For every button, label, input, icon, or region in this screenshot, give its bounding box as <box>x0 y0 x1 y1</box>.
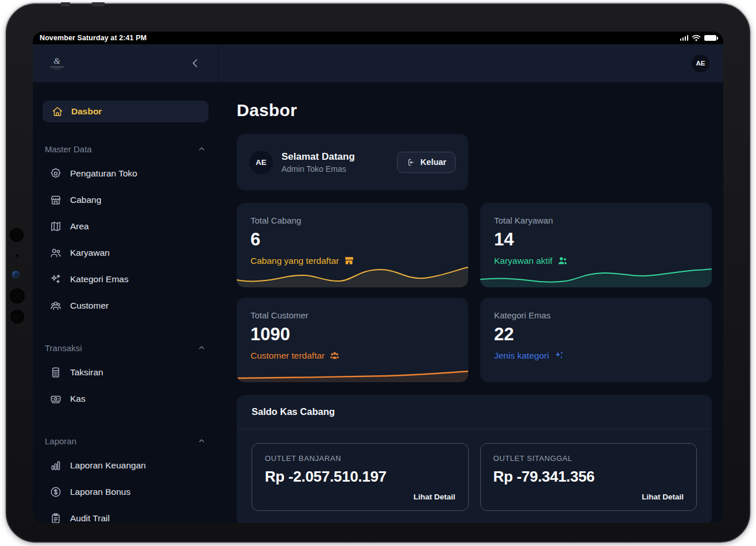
outlet-card-sitanggal: OUTLET SITANGGAL Rp -79.341.356 Lihat De… <box>480 443 697 511</box>
sidebar-item-cabang[interactable]: Cabang <box>43 187 209 213</box>
sidebar-item-customer[interactable]: Customer <box>43 293 209 319</box>
stat-card-total-customer: Total Customer 1090 Customer terdaftar <box>237 298 468 382</box>
welcome-card: AE Selamat Datang Admin Toko Emas Keluar <box>237 134 468 190</box>
users-icon <box>49 247 62 259</box>
sidebar-item-label: Dasbor <box>71 106 102 117</box>
chevron-up-icon <box>197 343 206 352</box>
camera-lens <box>10 310 24 324</box>
sidebar: Dasbor Master Data Pengaturan Toko <box>33 82 218 523</box>
sidebar-item-pengaturan-toko[interactable]: Pengaturan Toko <box>43 160 209 187</box>
sidebar-item-label: Kas <box>70 394 86 404</box>
stat-value: 6 <box>250 229 454 250</box>
brand-logo: & <box>47 57 67 70</box>
stat-card-total-cabang: Total Cabang 6 Cabang yang terdaftar <box>237 203 468 287</box>
battery-icon <box>704 35 716 41</box>
avatar: AE <box>249 151 273 174</box>
sidebar-section-master-data[interactable]: Master Data <box>45 143 206 155</box>
sparkles-icon <box>49 273 62 286</box>
sidebar-item-kas[interactable]: Kas <box>43 386 209 412</box>
main-content: Dasbor AE Selamat Datang Admin Toko Emas… <box>218 82 723 523</box>
section-label: Laporan <box>45 436 76 446</box>
saldo-panel-title: Saldo Kas Cabang <box>252 406 335 417</box>
section-label: Master Data <box>45 144 92 154</box>
app-screen: November Saturday at 2:41 PM & <box>33 32 723 523</box>
sparkles-icon <box>554 350 565 361</box>
stat-value: 14 <box>494 229 698 250</box>
stats-grid: Total Cabang 6 Cabang yang terdaftar <box>237 203 712 382</box>
logout-label: Keluar <box>421 157 446 167</box>
sidebar-item-laporan-keuangan[interactable]: Laporan Keuangan <box>43 452 209 479</box>
clipboard-icon <box>49 512 62 523</box>
sidebar-item-label: Area <box>70 221 89 232</box>
cellular-signal-icon <box>680 35 689 41</box>
sparkline-orange <box>237 359 468 382</box>
microphone-dot <box>16 254 18 257</box>
chevron-left-icon <box>189 57 202 70</box>
sidebar-item-label: Taksiran <box>70 367 103 378</box>
sidebar-item-audit-trail[interactable]: Audit Trail <box>43 505 209 523</box>
saldo-panel-header: Saldo Kas Cabang <box>237 395 712 429</box>
stat-label: Total Customer <box>250 310 454 320</box>
section-label: Transaksi <box>45 343 82 353</box>
wifi-icon <box>692 34 701 41</box>
calculator-icon <box>49 366 62 379</box>
cash-icon <box>49 393 62 405</box>
outlet-name: OUTLET SITANGGAL <box>493 454 684 463</box>
brand-monogram-icon: & <box>53 57 60 65</box>
chevron-up-icon <box>197 144 206 153</box>
logout-button[interactable]: Keluar <box>397 152 456 173</box>
outlet-amount: Rp -2.057.510.197 <box>265 468 456 486</box>
sidebar-item-label: Laporan Keuangan <box>70 460 146 471</box>
status-datetime: November Saturday at 2:41 PM <box>40 34 146 42</box>
top-navbar: & AE <box>33 44 723 82</box>
camera-sensor <box>13 271 19 278</box>
sidebar-item-dasbor[interactable]: Dasbor <box>43 101 209 122</box>
chevron-up-icon <box>197 436 206 445</box>
avatar[interactable]: AE <box>692 55 709 72</box>
storefront-icon <box>49 194 62 206</box>
sidebar-item-label: Audit Trail <box>70 513 110 523</box>
map-icon <box>49 220 62 233</box>
camera-lens <box>10 228 24 242</box>
page-title: Dasbor <box>237 101 712 120</box>
saldo-panel-body: OUTLET BANJARAN Rp -2.057.510.197 Lihat … <box>237 429 712 523</box>
sparkline-green <box>480 264 712 287</box>
sidebar-section-transaksi[interactable]: Transaksi <box>45 342 206 353</box>
volume-button <box>92 2 105 6</box>
sidebar-item-label: Laporan Bonus <box>70 487 130 497</box>
sidebar-collapse-button[interactable] <box>188 56 203 71</box>
navbar-right: AE <box>218 44 723 82</box>
stat-card-total-karyawan: Total Karyawan 14 Karyawan aktif <box>480 203 712 287</box>
sparkline-yellow <box>237 264 468 287</box>
sidebar-item-label: Cabang <box>70 195 101 205</box>
outlet-name: OUTLET BANJARAN <box>265 454 456 463</box>
stat-label: Total Cabang <box>250 216 454 225</box>
lihat-detail-link[interactable]: Lihat Detail <box>493 493 684 501</box>
sidebar-item-kategori-emas[interactable]: Kategori Emas <box>43 266 209 293</box>
stat-caption: Jenis kategori <box>494 351 549 361</box>
status-indicators <box>680 34 717 41</box>
welcome-subtitle: Admin Toko Emas <box>281 164 397 174</box>
sidebar-item-label: Customer <box>70 301 109 311</box>
sidebar-item-laporan-bonus[interactable]: Laporan Bonus <box>43 479 209 505</box>
camera-lens <box>10 289 25 303</box>
saldo-kas-cabang-panel: Saldo Kas Cabang OUTLET BANJARAN Rp -2.0… <box>237 395 712 523</box>
sidebar-item-karyawan[interactable]: Karyawan <box>43 240 209 266</box>
lihat-detail-link[interactable]: Lihat Detail <box>265 493 456 501</box>
stat-value: 22 <box>494 324 698 345</box>
outlet-card-banjaran: OUTLET BANJARAN Rp -2.057.510.197 Lihat … <box>252 443 469 511</box>
welcome-title: Selamat Datang <box>281 151 397 163</box>
sidebar-item-taksiran[interactable]: Taksiran <box>43 359 209 386</box>
sidebar-item-label: Kategori Emas <box>70 274 129 284</box>
brand-caption <box>50 66 64 68</box>
power-button <box>61 2 70 6</box>
sidebar-item-area[interactable]: Area <box>43 213 209 240</box>
gear-icon <box>49 167 62 180</box>
outlet-amount: Rp -79.341.356 <box>493 468 684 486</box>
sidebar-section-laporan[interactable]: Laporan <box>45 435 206 447</box>
stat-card-kategori-emas: Kategori Emas 22 Jenis kategori <box>480 298 712 382</box>
dollar-circle-icon <box>49 486 62 498</box>
brand-caption <box>53 68 60 70</box>
bar-chart-icon <box>49 459 62 472</box>
navbar-sidebar-header: & <box>33 44 218 82</box>
